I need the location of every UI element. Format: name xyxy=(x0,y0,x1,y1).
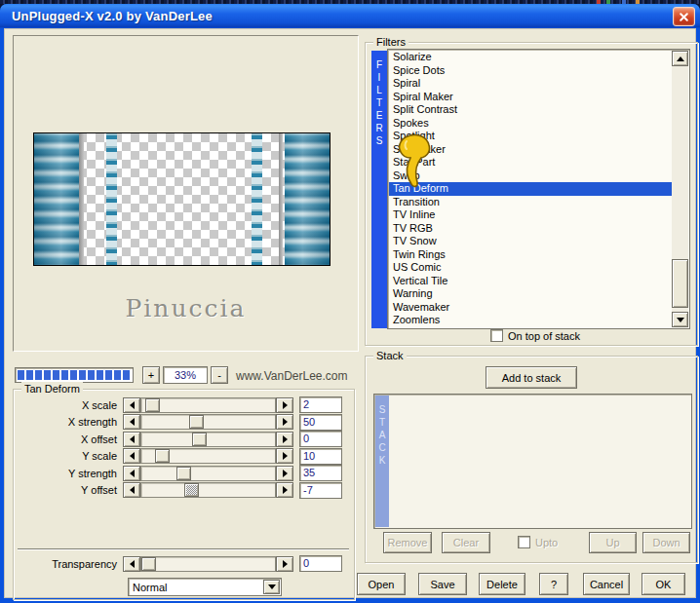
upto-option[interactable]: Upto xyxy=(518,536,558,548)
down-arrow-icon xyxy=(677,318,684,322)
preview-image[interactable] xyxy=(33,132,331,266)
slider-right-arrow-button[interactable] xyxy=(276,466,293,481)
filter-item[interactable]: Vertical Tile xyxy=(389,275,672,288)
filter-item[interactable]: Spokes xyxy=(389,117,672,131)
slider-left-arrow-button[interactable] xyxy=(123,414,140,430)
slider-value-field[interactable]: -7 xyxy=(299,482,342,499)
filter-item[interactable]: Star Part xyxy=(389,156,672,170)
plugin-dialog-window: UnPlugged-X v2.0 by VanDerLee Pinuccia xyxy=(0,4,700,603)
slider-track[interactable] xyxy=(140,414,276,430)
filter-item[interactable]: Wavemaker xyxy=(389,301,672,315)
slider-left-arrow-button[interactable] xyxy=(123,432,140,447)
slider-thumb[interactable] xyxy=(155,449,170,463)
slider-thumb[interactable] xyxy=(184,483,199,497)
filter-item[interactable]: Swap xyxy=(389,170,672,183)
zoom-out-button[interactable]: - xyxy=(211,366,228,384)
filter-item[interactable]: TV Inline xyxy=(389,208,672,222)
slider-right-arrow-button[interactable] xyxy=(276,414,293,430)
slider-track[interactable] xyxy=(140,432,276,447)
remove-button[interactable]: Remove xyxy=(383,532,432,553)
delete-button[interactable]: Delete xyxy=(479,573,525,595)
filter-item[interactable]: TV RGB xyxy=(389,222,672,236)
filter-item[interactable]: Spice Dots xyxy=(389,64,672,78)
slider-value-field[interactable]: 2 xyxy=(299,396,342,413)
slider-right-arrow-button[interactable] xyxy=(276,448,293,464)
zoom-in-button[interactable]: + xyxy=(142,366,160,384)
slider-row: X strength 50 xyxy=(14,414,354,432)
slider-right-arrow-button[interactable] xyxy=(276,482,293,498)
filter-item[interactable]: Transition xyxy=(389,196,672,209)
stack-listbox[interactable]: STACK xyxy=(373,394,692,529)
slider-value-field[interactable]: 35 xyxy=(299,465,342,481)
slider-label: Y strength xyxy=(14,468,123,479)
slider-label: Y offset xyxy=(14,484,123,496)
screen: UnPlugged-X v2.0 by VanDerLee Pinuccia xyxy=(0,0,700,603)
filter-items: Solarize Spice Dots Spiral Spiral Maker … xyxy=(389,51,672,327)
on-top-of-stack-checkbox[interactable] xyxy=(490,329,503,342)
filter-item[interactable]: Spiral Maker xyxy=(389,91,672,104)
filter-params-group: Tan Deform X scale 2 xyxy=(13,389,355,600)
slider-value-field[interactable]: 50 xyxy=(299,414,342,431)
transparency-label: Transparency xyxy=(14,558,123,570)
close-button[interactable] xyxy=(673,7,695,26)
transparency-left-arrow-button[interactable] xyxy=(123,556,140,572)
scrollbar-down-button[interactable] xyxy=(672,312,688,327)
ok-button[interactable]: OK xyxy=(642,573,685,595)
slider-left-arrow-button[interactable] xyxy=(123,466,140,481)
filter-item[interactable]: Split Contrast xyxy=(389,103,672,117)
filter-list-scrollbar xyxy=(672,51,688,327)
slider-thumb[interactable] xyxy=(145,398,160,412)
transparency-row: Transparency 0 xyxy=(14,555,354,573)
filter-item[interactable]: Star Maker xyxy=(389,143,672,157)
teal-band-left xyxy=(34,133,79,265)
clear-button[interactable]: Clear xyxy=(442,532,490,553)
filter-item[interactable]: Solarize xyxy=(389,51,672,64)
up-button[interactable]: Up xyxy=(589,532,637,553)
filter-item[interactable]: Zoomlens xyxy=(389,314,672,327)
slider-row: Y strength 35 xyxy=(14,465,354,482)
transparency-thumb[interactable] xyxy=(141,557,156,571)
filter-item[interactable]: Twin Rings xyxy=(389,248,672,262)
blend-mode-select[interactable]: Normal xyxy=(128,578,282,596)
filter-item[interactable]: Warning xyxy=(389,287,672,301)
slider-left-arrow-button[interactable] xyxy=(123,482,140,498)
slider-track[interactable] xyxy=(140,397,276,413)
scrollbar-up-button[interactable] xyxy=(672,51,688,66)
filter-item[interactable]: Spotlight xyxy=(389,130,672,143)
slider-track[interactable] xyxy=(140,448,276,464)
combo-dropdown-button[interactable] xyxy=(263,580,280,594)
transparency-right-arrow-button[interactable] xyxy=(276,556,293,572)
teal-stripe-1 xyxy=(106,133,117,265)
slider-thumb[interactable] xyxy=(192,433,207,446)
filter-item[interactable]: Tan Deform xyxy=(389,182,672,196)
cancel-button[interactable]: Cancel xyxy=(583,573,630,595)
filter-item[interactable]: US Comic xyxy=(389,261,672,275)
slider-right-arrow-button[interactable] xyxy=(276,432,293,447)
slider-track[interactable] xyxy=(140,466,276,481)
window-title: UnPlugged-X v2.0 by VanDerLee xyxy=(0,9,213,23)
title-bar: UnPlugged-X v2.0 by VanDerLee xyxy=(0,4,700,28)
transparency-value-field[interactable]: 0 xyxy=(299,555,342,572)
upto-checkbox[interactable] xyxy=(518,536,530,548)
slider-track[interactable] xyxy=(140,482,276,498)
open-button[interactable]: Open xyxy=(357,573,406,595)
down-button[interactable]: Down xyxy=(642,532,690,553)
add-to-stack-button[interactable]: Add to stack xyxy=(486,366,577,389)
banner-letter: S xyxy=(376,134,383,147)
slider-value-field[interactable]: 10 xyxy=(299,448,342,465)
slider-row: X offset 0 xyxy=(14,431,354,448)
slider-left-arrow-button[interactable] xyxy=(123,397,140,413)
slider-thumb[interactable] xyxy=(189,415,204,429)
save-button[interactable]: Save xyxy=(418,573,467,595)
filter-item[interactable]: TV Snow xyxy=(389,235,672,248)
transparency-track[interactable] xyxy=(140,556,276,572)
slider-right-arrow-button[interactable] xyxy=(276,397,293,413)
banner-letter: A xyxy=(379,429,386,441)
help-button[interactable]: ? xyxy=(539,573,568,595)
on-top-of-stack-option[interactable]: On top of stack xyxy=(490,329,580,342)
scrollbar-thumb[interactable] xyxy=(672,259,688,308)
slider-left-arrow-button[interactable] xyxy=(123,448,140,464)
filter-item[interactable]: Spiral xyxy=(389,77,672,91)
slider-thumb[interactable] xyxy=(176,467,191,480)
slider-value-field[interactable]: 0 xyxy=(299,431,342,447)
